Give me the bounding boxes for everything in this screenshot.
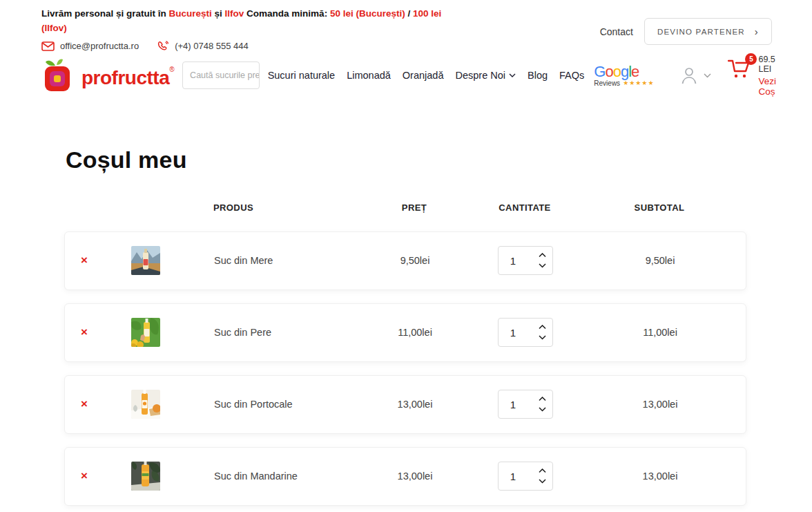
quantity-down-button[interactable] <box>539 335 546 341</box>
product-subtotal: 11,00lei <box>591 327 729 338</box>
main-nav: Sucuri naturale Limonadă Oranjadă Despre… <box>268 70 585 81</box>
account-menu[interactable] <box>680 66 711 85</box>
logo-wordmark: profructta® <box>81 66 174 89</box>
cart-table-header: PRODUS PREȚ CANTITATE SUBTOTAL <box>64 202 746 213</box>
nav-sucuri-naturale[interactable]: Sucuri naturale <box>268 70 336 81</box>
product-price: 13,00lei <box>370 471 460 482</box>
quantity-up-button[interactable] <box>539 253 546 258</box>
view-cart-link[interactable]: Vezi Coș <box>758 76 776 97</box>
contact-nav-link[interactable]: Contact <box>600 26 633 37</box>
telephone-icon <box>157 41 169 52</box>
cart-total: 69.5 LEI <box>758 55 776 74</box>
star-rating-icons: ★★★★★ <box>623 80 654 86</box>
main-header: profructta® Sucuri naturale Limonadă Ora… <box>0 52 812 102</box>
quantity-stepper <box>498 390 553 419</box>
quantity-down-button[interactable] <box>539 479 546 484</box>
chevron-down-icon <box>509 73 516 77</box>
cart-row-suc-din-mandarine: × Suc din Mandarine 13,00lei <box>64 447 746 506</box>
contact-info-row: office@profructta.ro (+4) 0748 555 444 <box>41 41 483 52</box>
product-price: 9,50lei <box>370 255 460 266</box>
quantity-down-button[interactable] <box>539 263 546 269</box>
product-name[interactable]: Suc din Pere <box>214 327 370 338</box>
quantity-stepper <box>498 318 553 347</box>
shopping-cart-icon: 5 <box>728 57 751 82</box>
nav-faqs[interactable]: FAQs <box>559 70 584 81</box>
delivery-text: / <box>405 8 413 19</box>
quantity-up-button[interactable] <box>539 397 546 402</box>
product-image-suc-din-portocale[interactable] <box>131 390 160 419</box>
delivery-text: Livrăm personal și gratuit în <box>41 8 169 19</box>
column-header-cantitate: CANTITATE <box>459 202 590 213</box>
nav-despre-noi-label: Despre Noi <box>456 70 506 81</box>
profructta-logo[interactable]: profructta® <box>41 57 174 93</box>
person-icon <box>680 66 698 85</box>
registered-mark: ® <box>169 66 174 73</box>
cart-summary: 69.5 LEI Vezi Coș <box>758 55 776 97</box>
quantity-up-button[interactable] <box>539 468 546 474</box>
quantity-down-button[interactable] <box>539 407 546 413</box>
column-header-subtotal: SUBTOTAL <box>590 202 728 213</box>
devino-partener-button[interactable]: DEVINO PARTENER › <box>644 18 772 45</box>
delivery-text: și <box>212 8 225 19</box>
cart-rows: × Suc din Mere 9,50lei <box>64 231 746 512</box>
remove-item-button[interactable]: × <box>77 326 92 338</box>
remove-item-button[interactable]: × <box>77 398 92 410</box>
partner-button-label: DEVINO PARTENER <box>657 28 745 36</box>
envelope-icon <box>41 41 55 51</box>
search-bar <box>182 61 260 89</box>
google-logo: Google <box>594 64 654 79</box>
cart-row-suc-din-pere: × Suc din Pere 11,00lei <box>64 303 746 362</box>
quantity-input[interactable] <box>499 399 528 410</box>
nav-blog[interactable]: Blog <box>528 70 548 81</box>
product-image-suc-din-mandarine[interactable] <box>131 462 160 491</box>
top-bar: Livrăm personal și gratuit în București … <box>0 0 812 52</box>
cart-row-suc-din-mere: × Suc din Mere 9,50lei <box>64 231 746 290</box>
product-name[interactable]: Suc din Mere <box>214 255 370 266</box>
quantity-up-button[interactable] <box>539 325 546 330</box>
cart-page: Livrăm personal și gratuit în București … <box>0 0 812 512</box>
delivery-min-1: 50 lei (București) <box>330 8 405 19</box>
remove-item-button[interactable]: × <box>77 470 92 482</box>
quantity-input[interactable] <box>499 255 528 267</box>
phone-text: (+4) 0748 555 444 <box>175 41 249 51</box>
nav-despre-noi[interactable]: Despre Noi <box>456 70 516 81</box>
product-subtotal: 13,00lei <box>591 399 729 410</box>
page-title: Coșul meu <box>66 146 746 173</box>
product-name[interactable]: Suc din Portocale <box>214 399 370 410</box>
mini-cart[interactable]: 5 69.5 LEI Vezi Coș <box>728 55 776 97</box>
product-image-suc-din-pere[interactable] <box>131 318 160 347</box>
delivery-text: Comanda minimă: <box>244 8 330 19</box>
profructta-fruit-logo-icon <box>41 57 77 93</box>
cart-count-badge: 5 <box>745 53 757 65</box>
email-link[interactable]: office@profructta.ro <box>41 41 139 51</box>
google-reviews-label: Reviews <box>594 80 620 87</box>
column-header-pret: PREȚ <box>369 202 459 213</box>
delivery-city-2: Ilfov <box>225 8 244 19</box>
remove-item-button[interactable]: × <box>77 254 92 266</box>
search-input[interactable] <box>183 70 260 80</box>
quantity-stepper <box>498 246 553 275</box>
quantity-stepper <box>498 462 553 491</box>
product-subtotal: 9,50lei <box>591 255 729 266</box>
product-price: 11,00lei <box>370 327 460 338</box>
column-header-produs: PRODUS <box>213 202 369 213</box>
product-name[interactable]: Suc din Mandarine <box>214 471 370 482</box>
phone-link[interactable]: (+4) 0748 555 444 <box>157 41 249 52</box>
quantity-input[interactable] <box>499 471 528 482</box>
delivery-banner: Livrăm personal și gratuit în București … <box>41 7 461 36</box>
topbar-right: Contact DEVINO PARTENER › <box>600 12 772 52</box>
quantity-input[interactable] <box>499 327 528 339</box>
cart-section: Coșul meu PRODUS PREȚ CANTITATE SUBTOTAL… <box>0 146 812 512</box>
chevron-right-icon: › <box>755 26 759 37</box>
product-subtotal: 13,00lei <box>591 471 729 482</box>
delivery-city-1: București <box>169 8 212 19</box>
product-price: 13,00lei <box>370 399 460 410</box>
email-text: office@profructta.ro <box>60 41 139 51</box>
nav-limonada[interactable]: Limonadă <box>347 70 391 81</box>
google-reviews-widget[interactable]: Google Reviews ★★★★★ <box>594 64 654 87</box>
nav-oranjada[interactable]: Oranjadă <box>403 70 444 81</box>
product-image-suc-din-mere[interactable] <box>131 246 160 275</box>
topbar-left: Livrăm personal și gratuit în București … <box>41 7 483 52</box>
chevron-down-icon <box>704 73 711 78</box>
cart-row-suc-din-portocale: × Suc din Portocale 13,00lei <box>64 375 746 434</box>
